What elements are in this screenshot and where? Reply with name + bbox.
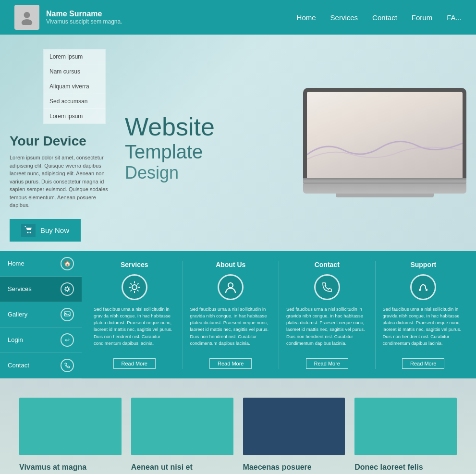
hero-title-template: Template (125, 141, 284, 163)
services-col-icon (122, 274, 147, 300)
nav-forum[interactable]: Forum (412, 12, 432, 24)
dropdown-item-1[interactable]: Nam cursus (44, 64, 105, 79)
avatar (14, 5, 39, 30)
login-icon: ↩ (61, 333, 74, 347)
dropdown-item-2[interactable]: Aliquam viverra (44, 79, 105, 94)
portfolio-item-2: Maecenas posuere Sed faucibus urna a nis… (243, 398, 345, 474)
svg-point-3 (30, 231, 31, 233)
header-name: Name Surname (46, 10, 297, 18)
laptop-graphic (303, 88, 466, 197)
header-info: Name Surname Vivamus suscipit sem magna. (46, 10, 297, 25)
svg-rect-9 (419, 289, 421, 291)
service-title-contact: Contact (315, 261, 340, 268)
about-col-icon (218, 274, 244, 300)
sidebar-home-label: Home (8, 260, 24, 267)
nav-contact[interactable]: Contact (372, 12, 397, 24)
nav-services[interactable]: Services (330, 12, 358, 24)
service-col-about: About Us Sed faucibus urna a nisl sollic… (183, 261, 280, 369)
svg-point-4 (66, 288, 69, 291)
portfolio-thumb-3 (354, 398, 457, 455)
sidebar-item-login[interactable]: Login ↩ (0, 328, 82, 353)
gallery-icon (61, 308, 74, 321)
service-col-support: Support Sed faucibus urna a nisl sollici… (376, 261, 472, 369)
sidebar-services-label: Services (8, 285, 32, 292)
header-nav: Home Services Contact Forum FA... (297, 12, 462, 24)
portfolio-thumb-2 (243, 398, 345, 455)
hero-description: Lorem ipsum dolor sit amet, consectetur … (10, 154, 110, 209)
sidebar-item-contact[interactable]: Contact (0, 353, 82, 378)
hero-center: Website Template Design (110, 35, 293, 251)
portfolio-item-3: Donec laoreet felis Sed faucibus urna a … (354, 398, 457, 474)
dropdown-item-3[interactable]: Sed accumsan (44, 94, 105, 109)
dropdown-item-0[interactable]: Lorem ipsum (44, 49, 105, 64)
service-title-services: Services (121, 261, 148, 268)
svg-point-2 (27, 231, 29, 233)
header-subtitle: Vivamus suscipit sem magna. (46, 18, 297, 25)
support-col-icon (410, 274, 436, 300)
about-read-more[interactable]: Read More (209, 358, 252, 369)
svg-point-1 (22, 19, 32, 25)
hero-left: Lorem ipsum Nam cursus Aliquam viverra S… (0, 35, 110, 251)
buy-now-label: Buy Now (40, 226, 69, 234)
service-desc-services: Sed faucibus urna a nisl sollicitudin in… (94, 306, 175, 353)
portfolio-grid: Vivamus at magna Sed faucibus urna a nis… (19, 398, 457, 474)
portfolio-title-1: Aenean ut nisi et (131, 463, 233, 472)
svg-point-8 (228, 283, 233, 288)
service-col-contact: Contact Sed faucibus urna a nisl sollici… (279, 261, 376, 369)
sidebar-item-home[interactable]: Home 🏠 (0, 251, 82, 277)
hero-title-website: Website (125, 112, 284, 141)
portfolio-section: Vivamus at magna Sed faucibus urna a nis… (0, 378, 476, 474)
hero-laptop (293, 35, 476, 251)
services-section: Home 🏠 Services Gallery (0, 251, 476, 378)
sidebar-contact-label: Contact (8, 362, 29, 369)
sidebar-gallery-label: Gallery (8, 311, 27, 318)
services-main: Services Sed faucibus urna a nisl sollic… (82, 251, 476, 378)
contact-col-icon (314, 274, 340, 300)
header: Name Surname Vivamus suscipit sem magna.… (0, 0, 476, 35)
portfolio-thumb-1 (131, 398, 233, 455)
portfolio-title-3: Donec laoreet felis (354, 463, 457, 472)
services-sidebar: Home 🏠 Services Gallery (0, 251, 82, 378)
portfolio-title-0: Vivamus at magna (19, 463, 122, 472)
cart-icon (21, 224, 36, 237)
service-title-support: Support (410, 261, 436, 268)
dropdown-menu: Lorem ipsum Nam cursus Aliquam viverra S… (43, 49, 106, 124)
portfolio-title-2: Maecenas posuere (243, 463, 345, 472)
support-read-more[interactable]: Read More (402, 358, 444, 369)
portfolio-item-0: Vivamus at magna Sed faucibus urna a nis… (19, 398, 122, 474)
hero-section: Lorem ipsum Nam cursus Aliquam viverra S… (0, 35, 476, 251)
service-desc-support: Sed faucibus urna a nisl sollicitudin in… (383, 306, 464, 353)
portfolio-item-1: Aenean ut nisi et Sed faucibus urna a ni… (131, 398, 233, 474)
services-read-more[interactable]: Read More (113, 358, 156, 369)
service-col-services: Services Sed faucibus urna a nisl sollic… (86, 261, 183, 369)
nav-home[interactable]: Home (297, 12, 316, 24)
service-desc-contact: Sed faucibus urna a nisl sollicitudin in… (286, 306, 368, 353)
contact-read-more[interactable]: Read More (306, 358, 348, 369)
device-title: Your Device (10, 134, 110, 149)
nav-fa[interactable]: FA... (447, 12, 462, 24)
buy-now-button[interactable]: Buy Now (10, 219, 81, 242)
portfolio-thumb-0 (19, 398, 122, 455)
home-icon: 🏠 (61, 257, 74, 270)
services-icon (61, 282, 74, 296)
service-title-about: About Us (216, 261, 245, 268)
dropdown-item-4[interactable]: Lorem ipsum (44, 109, 105, 123)
sidebar-item-gallery[interactable]: Gallery (0, 302, 82, 328)
service-desc-about: Sed faucibus urna a nisl sollicitudin in… (190, 306, 272, 353)
sidebar-item-services[interactable]: Services (0, 277, 82, 302)
contact-icon (61, 359, 74, 372)
svg-point-7 (132, 285, 137, 290)
hero-title-design: Design (125, 163, 284, 183)
svg-point-0 (24, 12, 30, 18)
sidebar-login-label: Login (8, 336, 23, 343)
svg-rect-10 (426, 289, 427, 291)
